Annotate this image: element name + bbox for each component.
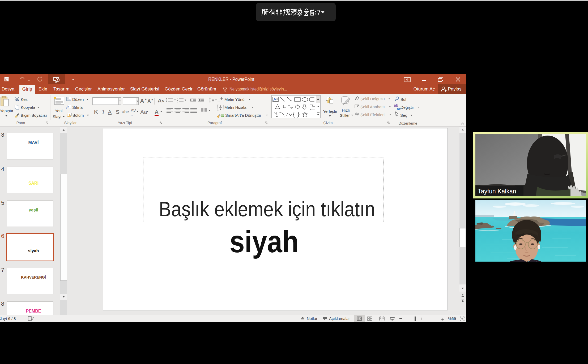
svg-text:Tayfun Kalkan: Tayfun Kalkan bbox=[478, 188, 516, 195]
